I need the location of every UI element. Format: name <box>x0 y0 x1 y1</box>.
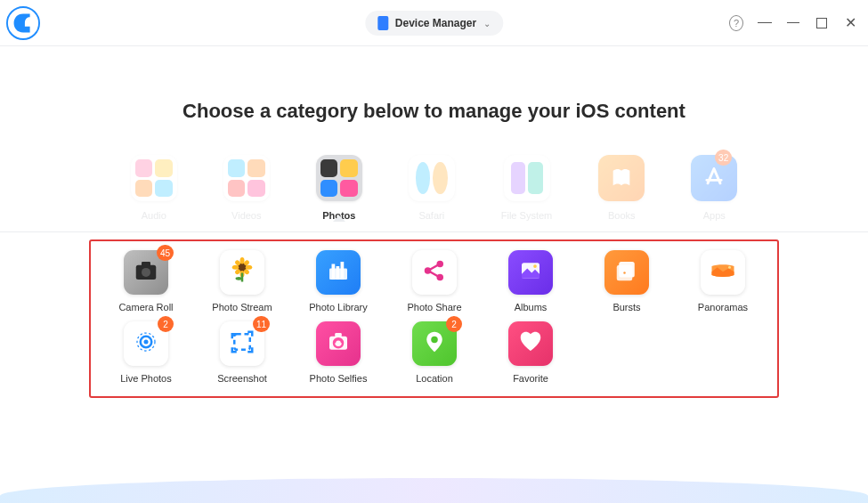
subcategory-photo-share[interactable]: Photo Share <box>386 250 483 312</box>
panorama-icon <box>710 257 736 288</box>
apps-badge: 32 <box>715 150 732 166</box>
category-label: Audio <box>142 210 166 221</box>
minimize-button[interactable] <box>786 16 800 30</box>
svg-rect-3 <box>142 262 150 266</box>
subcategory-tile <box>412 250 457 295</box>
help-button[interactable]: ? <box>729 16 743 30</box>
subcategory-tile <box>316 321 361 366</box>
subcategory-bursts[interactable]: Bursts <box>579 250 675 312</box>
maximize-icon <box>816 18 827 28</box>
screenshot-icon <box>229 329 256 359</box>
library-icon <box>325 257 352 288</box>
subcategory-label: Live Photos <box>120 373 171 384</box>
menu-button[interactable] <box>758 16 772 30</box>
app-logo <box>0 0 46 46</box>
category-videos[interactable]: Videos <box>223 155 270 221</box>
subcategory-tile: 11 <box>220 321 264 366</box>
appstore-icon <box>702 166 726 191</box>
svg-rect-33 <box>335 333 342 337</box>
subcategory-location[interactable]: 2 Location <box>386 321 483 384</box>
audio-tile <box>131 155 177 201</box>
subcategory-tile: 2 <box>412 321 457 366</box>
subcategory-panoramas[interactable]: Panoramas <box>675 250 771 312</box>
subcategory-badge: 11 <box>253 316 270 332</box>
subcategory-label: Location <box>416 373 453 384</box>
filesystem-tile <box>504 155 550 201</box>
close-icon: ✕ <box>845 16 856 30</box>
subcategory-label: Camera Roll <box>118 302 173 312</box>
subcategory-screenshot[interactable]: 11 Screenshot <box>194 321 290 384</box>
camera-icon <box>133 257 159 288</box>
close-button[interactable]: ✕ <box>843 16 857 30</box>
maximize-button[interactable] <box>815 16 829 30</box>
subcategory-grid: 45 Camera Roll Photo Stream Photo Librar… <box>98 250 770 384</box>
category-audio[interactable]: Audio <box>131 155 177 221</box>
svg-point-34 <box>431 337 438 344</box>
subcategory-label: Photo Share <box>407 302 461 312</box>
page-headline: Choose a category below to manage your i… <box>0 100 868 123</box>
subcategory-tile <box>508 321 553 366</box>
device-selector-label: Device Manager <box>395 17 476 29</box>
selfie-icon <box>325 329 352 359</box>
svg-point-2 <box>142 268 150 277</box>
subcategory-tile <box>316 250 361 295</box>
subcategory-tile <box>220 250 264 295</box>
videos-tile <box>223 155 270 201</box>
burst-icon <box>613 257 640 288</box>
category-apps[interactable]: 32 Apps <box>691 155 737 221</box>
subcategory-label: Screenshot <box>217 373 267 384</box>
subcategory-tile: 45 <box>124 250 168 295</box>
svg-rect-16 <box>337 266 340 280</box>
svg-point-8 <box>246 265 253 270</box>
svg-rect-15 <box>332 264 336 280</box>
svg-point-7 <box>232 265 239 270</box>
category-safari[interactable]: Safari <box>409 155 455 221</box>
subcategory-photo-selfies[interactable]: Photo Selfies <box>290 321 386 384</box>
subcategory-photo-library[interactable]: Photo Library <box>290 250 386 312</box>
selected-arrow-icon <box>333 215 345 222</box>
category-label: Apps <box>703 210 726 221</box>
svg-rect-30 <box>234 334 250 350</box>
category-label: Safari <box>418 210 444 221</box>
subcategory-badge: 2 <box>446 316 462 332</box>
subcategory-label: Panoramas <box>698 302 748 312</box>
category-filesystem[interactable]: File System <box>501 155 552 221</box>
subcategory-label: Favorite <box>513 373 548 384</box>
category-photos[interactable]: Photos <box>316 155 362 221</box>
subcategory-label: Albums <box>515 302 548 312</box>
subcategory-label: Bursts <box>612 302 640 312</box>
footer-wave <box>0 478 868 503</box>
subcategory-badge: 2 <box>158 316 174 332</box>
live-icon <box>133 329 159 359</box>
minimize-icon <box>787 22 799 24</box>
location-icon <box>421 329 448 359</box>
phone-icon <box>377 16 388 30</box>
subcategory-live-photos[interactable]: 2 Live Photos <box>98 321 194 384</box>
books-tile <box>598 155 645 201</box>
subcategory-albums[interactable]: Albums <box>483 250 579 312</box>
title-bar: Device Manager ⌄ ? ✕ <box>0 0 868 46</box>
subcategory-camera-roll[interactable]: 45 Camera Roll <box>98 250 194 312</box>
subcategory-favorite[interactable]: Favorite <box>483 321 579 384</box>
sunflower-icon <box>229 257 256 288</box>
chevron-down-icon: ⌄ <box>483 19 491 28</box>
subcategory-badge: 45 <box>157 245 174 261</box>
svg-point-26 <box>728 266 731 269</box>
photos-tile <box>316 155 362 201</box>
subcategory-label: Photo Library <box>309 302 367 312</box>
share-icon <box>421 257 448 288</box>
svg-point-13 <box>236 277 243 280</box>
subcategory-photo-stream[interactable]: Photo Stream <box>194 250 290 312</box>
subcategory-panel: 45 Camera Roll Photo Stream Photo Librar… <box>89 239 779 398</box>
safari-tile <box>409 155 455 201</box>
svg-rect-17 <box>341 262 345 280</box>
logo-icon <box>6 6 40 40</box>
device-selector[interactable]: Device Manager ⌄ <box>365 11 503 36</box>
album-icon <box>517 257 544 288</box>
subcategory-label: Photo Stream <box>212 302 272 312</box>
subcategory-tile <box>604 250 649 295</box>
svg-point-5 <box>240 257 245 264</box>
category-row: Audio Videos Photos Safari File System B… <box>0 155 868 232</box>
svg-point-29 <box>144 340 149 345</box>
category-books[interactable]: Books <box>598 155 645 221</box>
